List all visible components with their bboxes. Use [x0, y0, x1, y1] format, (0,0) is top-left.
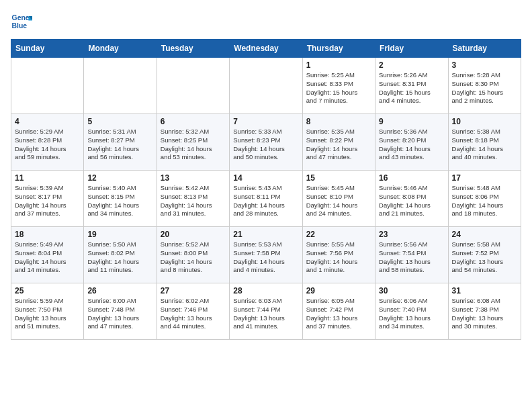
calendar-day-cell: 4Sunrise: 5:29 AM Sunset: 8:28 PM Daylig… [11, 114, 84, 171]
day-info: Sunrise: 6:06 AM Sunset: 7:40 PM Dayligh… [379, 297, 444, 331]
svg-text:Blue: Blue [12, 22, 28, 30]
day-info: Sunrise: 5:52 AM Sunset: 8:00 PM Dayligh… [161, 240, 226, 275]
day-info: Sunrise: 5:42 AM Sunset: 8:13 PM Dayligh… [161, 184, 226, 218]
day-number: 21 [233, 230, 298, 239]
calendar-week-row: 11Sunrise: 5:39 AM Sunset: 8:17 PM Dayli… [11, 171, 521, 227]
day-number: 2 [379, 60, 444, 70]
calendar-day-cell: 26Sunrise: 6:00 AM Sunset: 7:48 PM Dayli… [84, 283, 157, 340]
day-number: 14 [233, 173, 298, 183]
calendar-day-cell: 16Sunrise: 5:46 AM Sunset: 8:08 PM Dayli… [375, 171, 448, 227]
calendar-day-cell [230, 58, 302, 114]
calendar-day-cell: 28Sunrise: 6:03 AM Sunset: 7:44 PM Dayli… [230, 283, 302, 340]
calendar-day-cell: 22Sunrise: 5:55 AM Sunset: 7:56 PM Dayli… [302, 227, 375, 283]
day-info: Sunrise: 5:25 AM Sunset: 8:33 PM Dayligh… [306, 71, 371, 105]
day-of-week-header: Monday [84, 40, 157, 58]
logo-icon: General Blue [11, 11, 32, 32]
day-number: 1 [306, 60, 371, 70]
calendar-week-row: 25Sunrise: 5:59 AM Sunset: 7:50 PM Dayli… [11, 283, 521, 340]
day-number: 18 [15, 230, 80, 239]
day-info: Sunrise: 6:03 AM Sunset: 7:44 PM Dayligh… [233, 297, 298, 331]
day-info: Sunrise: 5:53 AM Sunset: 7:58 PM Dayligh… [233, 240, 298, 275]
day-info: Sunrise: 5:48 AM Sunset: 8:06 PM Dayligh… [452, 184, 517, 218]
day-info: Sunrise: 5:35 AM Sunset: 8:22 PM Dayligh… [306, 128, 371, 162]
day-number: 16 [379, 173, 444, 183]
day-info: Sunrise: 5:43 AM Sunset: 8:11 PM Dayligh… [233, 184, 298, 218]
calendar-day-cell: 24Sunrise: 5:58 AM Sunset: 7:52 PM Dayli… [448, 227, 521, 283]
day-info: Sunrise: 5:32 AM Sunset: 8:25 PM Dayligh… [161, 128, 226, 162]
day-info: Sunrise: 6:05 AM Sunset: 7:42 PM Dayligh… [306, 297, 371, 331]
day-number: 11 [15, 173, 80, 183]
calendar-day-cell: 11Sunrise: 5:39 AM Sunset: 8:17 PM Dayli… [11, 171, 84, 227]
calendar-day-cell: 25Sunrise: 5:59 AM Sunset: 7:50 PM Dayli… [11, 283, 84, 340]
calendar-body: 1Sunrise: 5:25 AM Sunset: 8:33 PM Daylig… [11, 58, 521, 340]
day-number: 7 [233, 117, 298, 126]
day-number: 6 [161, 117, 226, 126]
day-of-week-header: Wednesday [230, 40, 302, 58]
calendar-day-cell: 20Sunrise: 5:52 AM Sunset: 8:00 PM Dayli… [157, 227, 229, 283]
calendar-day-cell: 9Sunrise: 5:36 AM Sunset: 8:20 PM Daylig… [375, 114, 448, 171]
day-number: 5 [87, 117, 152, 126]
day-info: Sunrise: 5:55 AM Sunset: 7:56 PM Dayligh… [306, 240, 371, 275]
day-of-week-header: Saturday [448, 40, 521, 58]
calendar-day-cell: 18Sunrise: 5:49 AM Sunset: 8:04 PM Dayli… [11, 227, 84, 283]
day-number: 8 [306, 117, 371, 126]
day-number: 24 [452, 230, 517, 239]
day-number: 22 [306, 230, 371, 239]
day-number: 29 [306, 286, 371, 295]
day-number: 19 [87, 230, 152, 239]
logo: General Blue [11, 11, 32, 32]
day-number: 3 [452, 60, 517, 70]
day-info: Sunrise: 5:31 AM Sunset: 8:27 PM Dayligh… [87, 128, 152, 162]
calendar-table: SundayMondayTuesdayWednesdayThursdayFrid… [11, 39, 521, 340]
day-info: Sunrise: 5:46 AM Sunset: 8:08 PM Dayligh… [379, 184, 444, 218]
calendar-week-row: 4Sunrise: 5:29 AM Sunset: 8:28 PM Daylig… [11, 114, 521, 171]
calendar-day-cell: 5Sunrise: 5:31 AM Sunset: 8:27 PM Daylig… [84, 114, 157, 171]
day-number: 30 [379, 286, 444, 295]
day-number: 25 [15, 286, 80, 295]
day-number: 17 [452, 173, 517, 183]
day-info: Sunrise: 5:29 AM Sunset: 8:28 PM Dayligh… [15, 128, 80, 162]
day-info: Sunrise: 5:56 AM Sunset: 7:54 PM Dayligh… [379, 240, 444, 275]
day-number: 20 [161, 230, 226, 239]
day-number: 28 [233, 286, 298, 295]
calendar-day-cell: 8Sunrise: 5:35 AM Sunset: 8:22 PM Daylig… [302, 114, 375, 171]
day-info: Sunrise: 6:02 AM Sunset: 7:46 PM Dayligh… [161, 297, 226, 331]
calendar-day-cell: 6Sunrise: 5:32 AM Sunset: 8:25 PM Daylig… [157, 114, 229, 171]
day-of-week-header: Friday [375, 40, 448, 58]
calendar-day-cell: 10Sunrise: 5:38 AM Sunset: 8:18 PM Dayli… [448, 114, 521, 171]
calendar-day-cell: 15Sunrise: 5:45 AM Sunset: 8:10 PM Dayli… [302, 171, 375, 227]
calendar-day-cell [11, 58, 84, 114]
calendar-day-cell: 23Sunrise: 5:56 AM Sunset: 7:54 PM Dayli… [375, 227, 448, 283]
day-number: 23 [379, 230, 444, 239]
calendar-day-cell: 29Sunrise: 6:05 AM Sunset: 7:42 PM Dayli… [302, 283, 375, 340]
calendar-day-cell: 13Sunrise: 5:42 AM Sunset: 8:13 PM Dayli… [157, 171, 229, 227]
day-number: 27 [161, 286, 226, 295]
day-info: Sunrise: 5:38 AM Sunset: 8:18 PM Dayligh… [452, 128, 517, 162]
calendar-day-cell: 3Sunrise: 5:28 AM Sunset: 8:30 PM Daylig… [448, 58, 521, 114]
day-number: 4 [15, 117, 80, 126]
day-of-week-header: Thursday [302, 40, 375, 58]
calendar-week-row: 18Sunrise: 5:49 AM Sunset: 8:04 PM Dayli… [11, 227, 521, 283]
calendar-day-cell: 30Sunrise: 6:06 AM Sunset: 7:40 PM Dayli… [375, 283, 448, 340]
day-info: Sunrise: 5:50 AM Sunset: 8:02 PM Dayligh… [87, 240, 152, 275]
page-header: General Blue [11, 11, 521, 32]
day-info: Sunrise: 5:58 AM Sunset: 7:52 PM Dayligh… [452, 240, 517, 275]
calendar-week-row: 1Sunrise: 5:25 AM Sunset: 8:33 PM Daylig… [11, 58, 521, 114]
day-info: Sunrise: 5:33 AM Sunset: 8:23 PM Dayligh… [233, 128, 298, 162]
day-info: Sunrise: 5:39 AM Sunset: 8:17 PM Dayligh… [15, 184, 80, 218]
calendar-day-cell [84, 58, 157, 114]
calendar-day-cell: 1Sunrise: 5:25 AM Sunset: 8:33 PM Daylig… [302, 58, 375, 114]
day-number: 15 [306, 173, 371, 183]
calendar-day-cell: 2Sunrise: 5:26 AM Sunset: 8:31 PM Daylig… [375, 58, 448, 114]
day-of-week-header: Tuesday [157, 40, 229, 58]
day-info: Sunrise: 5:28 AM Sunset: 8:30 PM Dayligh… [452, 71, 517, 105]
day-info: Sunrise: 5:36 AM Sunset: 8:20 PM Dayligh… [379, 128, 444, 162]
day-info: Sunrise: 5:26 AM Sunset: 8:31 PM Dayligh… [379, 71, 444, 105]
day-number: 10 [452, 117, 517, 126]
calendar-day-cell: 27Sunrise: 6:02 AM Sunset: 7:46 PM Dayli… [157, 283, 229, 340]
calendar-day-cell: 7Sunrise: 5:33 AM Sunset: 8:23 PM Daylig… [230, 114, 302, 171]
calendar-day-cell: 19Sunrise: 5:50 AM Sunset: 8:02 PM Dayli… [84, 227, 157, 283]
calendar-day-cell: 12Sunrise: 5:40 AM Sunset: 8:15 PM Dayli… [84, 171, 157, 227]
calendar-day-cell: 21Sunrise: 5:53 AM Sunset: 7:58 PM Dayli… [230, 227, 302, 283]
calendar-day-cell [157, 58, 229, 114]
